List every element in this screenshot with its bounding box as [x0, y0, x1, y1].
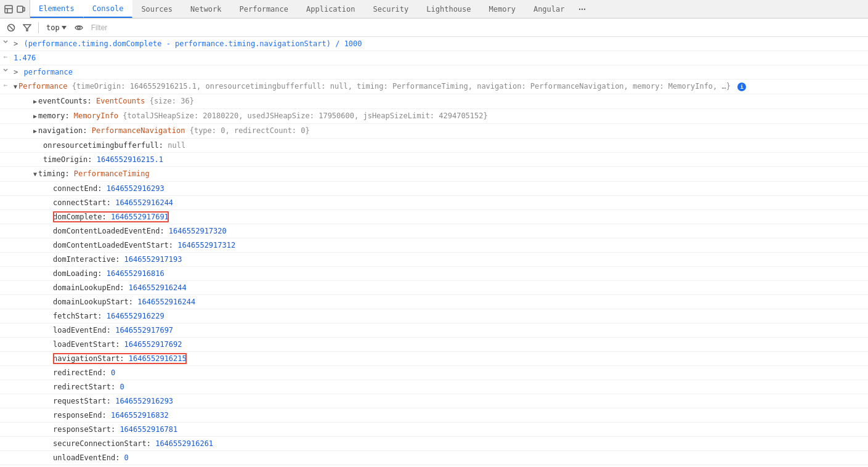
console-toolbar: top: [0, 18, 868, 37]
console-output: > (performance.timing.domComplete - perf…: [0, 37, 868, 466]
svg-point-5: [579, 8, 580, 9]
eval-result-value: 1.476: [14, 54, 36, 62]
clear-console-button[interactable]: [5, 22, 17, 34]
navigationstart-highlight: navigationStart: 1646552916215: [53, 353, 187, 364]
navigation-line: navigation: PerformanceNavigation {type:…: [0, 124, 868, 139]
timing-prop-requeststart: requestStart: 1646552916293: [0, 394, 868, 408]
timing-heading-line: timing: PerformanceTiming: [0, 167, 868, 182]
domcomplete-highlight: domComplete: 1646552917691: [53, 211, 169, 222]
filter-button[interactable]: [21, 22, 33, 34]
eye-icon[interactable]: [73, 22, 85, 34]
timing-prop-unloadeventend: unloadEventEnd: 0: [0, 451, 868, 465]
navigation-arrow[interactable]: [33, 126, 37, 137]
timing-prop-responsestart: responseStart: 1646552916781: [0, 423, 868, 437]
performance-label: performance: [23, 68, 72, 76]
eval-result-line: ← 1.476: [0, 51, 868, 65]
toolbar-divider: [38, 22, 39, 33]
memory-arrow[interactable]: [33, 111, 37, 122]
timing-prop-domcontentloadedeventstart: domContentLoadedEventStart: 164655291731…: [0, 238, 868, 253]
timing-prop-domainlookupstart: domainLookupStart: 1646552916244: [0, 295, 868, 309]
tab-security[interactable]: Security: [365, 0, 418, 18]
tab-console[interactable]: Console: [84, 0, 133, 18]
svg-point-7: [584, 8, 585, 9]
timeorigin-line: timeOrigin: 1646552916215.1: [0, 153, 868, 167]
filter-input[interactable]: [89, 22, 863, 33]
svg-marker-10: [23, 25, 31, 31]
timing-prop-responseend: responseEnd: 1646552916832: [0, 408, 868, 423]
device-icon[interactable]: [16, 4, 26, 14]
tab-lighthouse[interactable]: Lighthouse: [418, 0, 480, 18]
line-gutter-perf: [0, 66, 11, 73]
timing-prop-redirectend: redirectEnd: 0: [0, 366, 868, 380]
tab-sources[interactable]: Sources: [132, 0, 182, 18]
timing-prop-loadeventend: loadEventEnd: 1646552917697: [0, 323, 868, 338]
line-gutter: [0, 38, 11, 45]
tab-performance[interactable]: Performance: [231, 0, 298, 18]
result-gutter: ←: [0, 52, 11, 61]
eval-expression-text: (performance.timing.domComplete - perfor…: [23, 39, 362, 48]
timing-prop-domcontentloadedeventend: domContentLoadedEventEnd: 1646552917320: [0, 224, 868, 238]
svg-line-9: [9, 26, 13, 30]
svg-rect-4: [23, 7, 25, 11]
timing-prop-domloading: domLoading: 1646552916816: [0, 267, 868, 281]
performance-label-line: > performance: [0, 65, 868, 79]
svg-marker-11: [62, 26, 67, 30]
perf-gutter: ←: [0, 80, 11, 89]
timing-prop-redirectstart: redirectStart: 0: [0, 380, 868, 394]
tab-elements[interactable]: Elements: [30, 0, 84, 18]
perf-expand-arrow[interactable]: [14, 81, 17, 92]
timing-prop-domainlookupend: domainLookupEnd: 1646552916244: [0, 281, 868, 295]
eventcounts-arrow[interactable]: [33, 96, 37, 107]
tab-bar: Elements Console Sources Network Perform…: [0, 0, 868, 18]
perf-info-icon[interactable]: i: [737, 83, 746, 91]
timing-arrow[interactable]: [33, 169, 37, 180]
svg-rect-3: [17, 6, 23, 12]
tab-memory[interactable]: Memory: [481, 0, 525, 18]
memory-line: memory: MemoryInfo {totalJSHeapSize: 201…: [0, 109, 868, 124]
context-selector[interactable]: top: [44, 22, 69, 33]
tab-angular[interactable]: Angular: [525, 0, 574, 18]
timing-prop-domcomplete: domComplete: 1646552917691: [0, 210, 868, 224]
devtools-icons: [0, 0, 30, 18]
tab-network[interactable]: Network: [182, 0, 231, 18]
timing-prop-connectstart: connectStart: 1646552916244: [0, 196, 868, 210]
onresource-line: onresourcetimingbufferfull: null: [0, 139, 868, 153]
timing-prop-secureconnectionstart: secureConnectionStart: 1646552916261: [0, 437, 868, 451]
inspect-icon[interactable]: [4, 4, 14, 14]
eval-expression-line: > (performance.timing.domComplete - perf…: [0, 37, 868, 51]
timing-prop-navigationstart: navigationStart: 1646552916215: [0, 352, 868, 366]
svg-point-12: [78, 26, 80, 29]
perf-obj-line: ← Performance {timeOrigin: 1646552916215…: [0, 79, 868, 94]
svg-point-6: [582, 8, 583, 9]
timing-prop-unloadeventstart: unloadEventStart: 0: [0, 465, 868, 466]
timing-prop-dominteractive: domInteractive: 1646552917193: [0, 253, 868, 267]
svg-rect-0: [5, 6, 12, 13]
more-tabs-button[interactable]: [574, 0, 591, 18]
timing-prop-fetchstart: fetchStart: 1646552916229: [0, 309, 868, 323]
eventcounts-line: eventCounts: EventCounts {size: 36}: [0, 94, 868, 109]
tab-application[interactable]: Application: [298, 0, 364, 18]
timing-prop-loadeventstart: loadEventStart: 1646552917692: [0, 338, 868, 352]
timing-prop-connectend: connectEnd: 1646552916293: [0, 182, 868, 196]
